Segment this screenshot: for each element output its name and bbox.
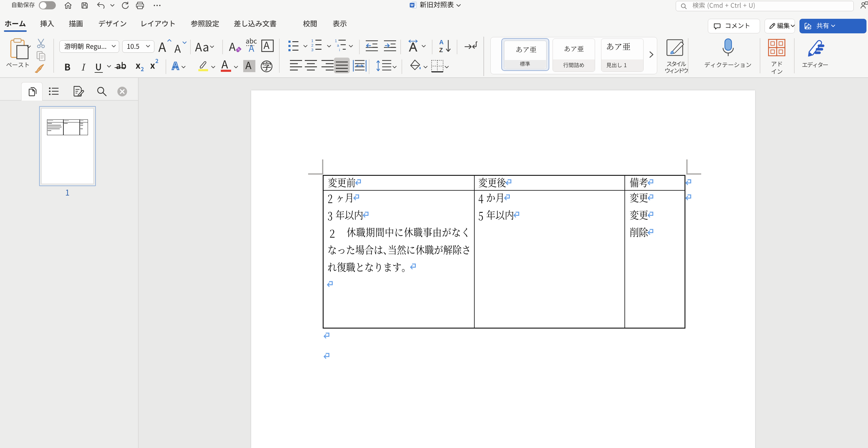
svg-text:A: A [439,39,443,45]
svg-text:Z: Z [439,47,443,53]
svg-text:a: a [337,43,339,47]
svg-text:1: 1 [335,39,337,43]
svg-text:1: 1 [311,38,313,43]
svg-text:2: 2 [311,43,313,47]
svg-text:3: 3 [311,47,313,52]
svg-text:i: i [339,48,340,52]
